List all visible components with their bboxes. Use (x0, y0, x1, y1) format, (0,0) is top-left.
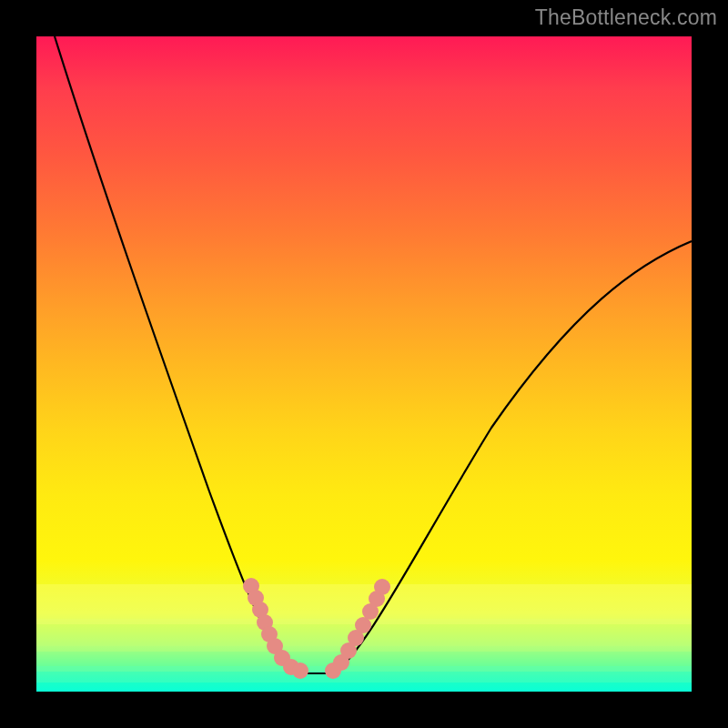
chart-frame: TheBottleneck.com (0, 0, 728, 728)
plot-area (36, 36, 692, 692)
highlight-dot (292, 662, 308, 679)
watermark-label: TheBottleneck.com (535, 5, 717, 30)
highlight-dots (243, 578, 390, 679)
curve-layer (36, 36, 692, 692)
highlight-dot (374, 579, 390, 595)
bottleneck-curve (55, 36, 692, 673)
